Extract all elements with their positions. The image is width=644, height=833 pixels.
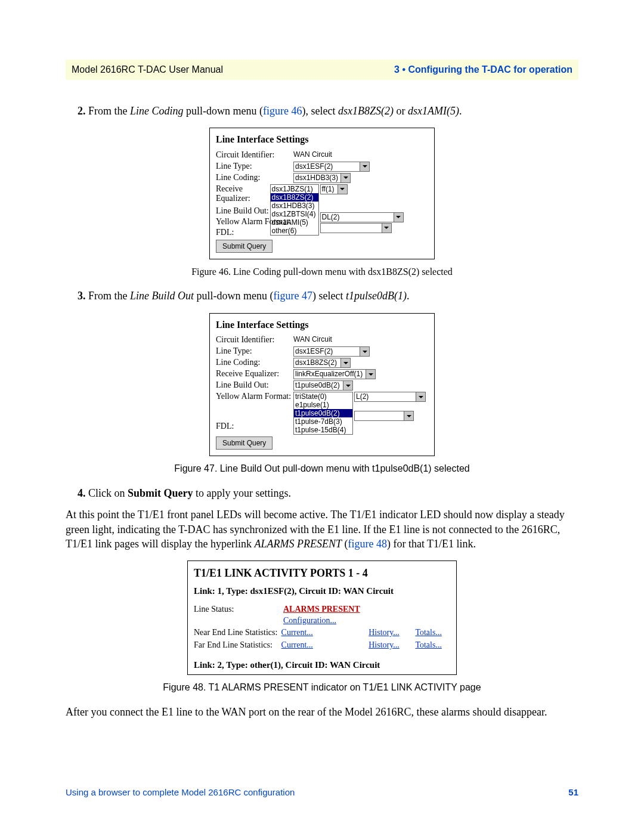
value-circuit-id: WAN Circuit	[293, 150, 332, 159]
text-italic: Line Build Out	[130, 290, 194, 302]
select-fdl[interactable]	[320, 223, 392, 233]
page-number: 51	[568, 787, 578, 797]
header-right: 3 • Configuring the T-DAC for operation	[394, 64, 572, 75]
label-line-type: Line Type:	[216, 162, 293, 172]
chevron-down-icon	[416, 392, 425, 401]
list-item[interactable]: dsx1JBZS(1)	[271, 185, 318, 193]
figure-46-screenshot: Line Interface Settings Circuit Identifi…	[209, 128, 435, 259]
submit-button[interactable]: Submit Query	[216, 240, 273, 253]
step-3-num: 3.	[78, 290, 86, 302]
paragraph: At this point the T1/E1 front panel LEDs…	[66, 507, 578, 551]
text-italic: ALARMS PRESENT	[254, 538, 342, 550]
text-italic: dsx1AMI(5)	[408, 105, 459, 117]
list-item[interactable]: t1pulse-15dB(4)	[294, 426, 352, 434]
figure-46-caption: Figure 46. Line Coding pull-down menu wi…	[66, 265, 578, 278]
label-line-build-out: Line Build Out:	[216, 380, 293, 391]
footer: Using a browser to complete Model 2616RC…	[66, 787, 578, 797]
label-circuit-id: Circuit Identifier:	[216, 335, 293, 345]
totals-link[interactable]: Totals...	[415, 628, 442, 637]
alarms-present-link[interactable]: ALARMS PRESENT	[283, 605, 360, 614]
step-3: 3. From the Line Build Out pull-down men…	[78, 289, 578, 303]
label-fdl: FDL:	[216, 227, 234, 239]
label-near-end: Near End Line Statistics:	[194, 627, 281, 639]
select-value: dsx1ESF(2)	[295, 347, 333, 355]
panel-title: Line Interface Settings	[210, 128, 434, 150]
text: pull-down menu (	[184, 105, 263, 117]
text: .	[459, 105, 462, 117]
submit-button[interactable]: Submit Query	[216, 436, 273, 450]
select-receive-eq[interactable]: linkRxEqualizerOff(1)	[293, 369, 376, 379]
chevron-down-icon	[366, 370, 375, 379]
step-4: 4. Click on Submit Query to apply your s…	[78, 486, 578, 500]
select-fdl[interactable]	[354, 411, 414, 421]
select-fragment[interactable]: ff(1)	[320, 184, 348, 194]
page: Model 2616RC T-DAC User Manual 3 • Confi…	[0, 0, 644, 833]
list-item-selected[interactable]: t1pulse0dB(2)	[294, 409, 352, 417]
configuration-link[interactable]: Configuration...	[283, 616, 336, 625]
select-value: dsx1HDB3(3)	[295, 174, 338, 182]
text: pull-down menu (	[194, 290, 273, 302]
select-line-coding[interactable]: dsx1B8ZS(2)	[293, 358, 351, 368]
label-yellow-alarm: Yellow Alarm Format:	[216, 392, 293, 402]
chevron-down-icon	[340, 174, 350, 182]
step-2-num: 2.	[78, 105, 86, 117]
text: From the	[88, 290, 130, 302]
label-receive-eq: Receive Equalizer:	[216, 369, 293, 379]
ref-link[interactable]: figure 48	[348, 538, 386, 550]
list-item[interactable]: triState(0)	[294, 392, 352, 401]
paragraph: After you connect the E1 line to the WAN…	[66, 705, 578, 719]
select-line-build-out[interactable]: t1pulse0dB(2)	[293, 380, 353, 391]
label-line-coding: Line Coding:	[216, 173, 293, 183]
select-value: dsx1ESF(2)	[295, 162, 333, 171]
chevron-down-icon	[340, 358, 350, 367]
select-line-type[interactable]: dsx1ESF(2)	[293, 346, 370, 357]
text-italic: dsx1B8ZS(2)	[338, 105, 394, 117]
ref-link[interactable]: figure 46	[263, 105, 302, 117]
figure-48-caption: Figure 48. T1 ALARMS PRESENT indicator o…	[66, 681, 578, 694]
ref-link[interactable]: figure 47	[273, 290, 312, 302]
select-line-type[interactable]: dsx1ESF(2)	[293, 162, 370, 172]
line-build-out-dropdown-list[interactable]: triState(0) e1pulse(1) t1pulse0dB(2) t1p…	[293, 392, 353, 435]
text: or	[394, 105, 408, 117]
history-link[interactable]: History...	[369, 640, 400, 649]
label-line-coding: Line Coding:	[216, 358, 293, 368]
label-fdl: FDL:	[216, 421, 234, 432]
select-line-coding[interactable]: dsx1HDB3(3)	[293, 173, 351, 183]
label-line-type: Line Type:	[216, 346, 293, 357]
list-item-selected[interactable]: dsx1B8ZS(2)	[271, 193, 318, 202]
select-value: L(2)	[356, 392, 369, 401]
chevron-down-icon	[360, 347, 369, 356]
list-item[interactable]: t1pulse-7dB(3)	[294, 417, 352, 426]
select-fragment[interactable]: DL(2)	[320, 212, 404, 222]
text: Click on	[88, 487, 128, 499]
text-bold: Submit Query	[128, 487, 193, 499]
select-value: DL(2)	[322, 213, 340, 221]
label-yellow-alarm: Yellow Alarm Format:	[216, 216, 291, 228]
current-link[interactable]: Current...	[281, 628, 313, 637]
chevron-down-icon	[382, 224, 391, 233]
panel-title: Line Interface Settings	[210, 314, 434, 335]
chevron-down-icon	[394, 213, 403, 222]
select-value: linkRxEqualizerOff(1)	[295, 370, 363, 378]
link-1-header: Link: 1, Type: dsx1ESF(2), Circuit ID: W…	[188, 581, 456, 600]
label-circuit-id: Circuit Identifier:	[216, 150, 293, 160]
totals-link[interactable]: Totals...	[415, 640, 442, 649]
text: ), select	[302, 105, 338, 117]
link-1-table: Line Status: ALARMS PRESENT Configuratio…	[188, 601, 456, 656]
header-bar: Model 2616RC T-DAC User Manual 3 • Confi…	[66, 60, 578, 80]
link-2-header: Link: 2, Type: other(1), Circuit ID: WAN…	[188, 655, 456, 674]
list-item[interactable]: e1pulse(1)	[294, 401, 352, 409]
history-link[interactable]: History...	[369, 628, 400, 637]
footer-text: Using a browser to complete Model 2616RC…	[66, 787, 295, 797]
text: From the	[88, 105, 130, 117]
figure-47-caption: Figure 47. Line Build Out pull-down menu…	[66, 462, 578, 475]
chevron-down-icon	[404, 411, 413, 420]
current-link[interactable]: Current...	[281, 640, 313, 649]
figure-48-screenshot: T1/E1 LINK ACTIVITY PORTS 1 - 4 Link: 1,…	[187, 561, 457, 675]
text: to apply your settings.	[193, 487, 292, 499]
text: ) select	[312, 290, 346, 302]
list-item[interactable]: dsx1HDB3(3)	[271, 202, 318, 210]
select-fragment[interactable]: L(2)	[354, 392, 426, 402]
step-2: 2. From the Line Coding pull-down menu (…	[78, 104, 578, 118]
select-value: t1pulse0dB(2)	[295, 381, 340, 389]
